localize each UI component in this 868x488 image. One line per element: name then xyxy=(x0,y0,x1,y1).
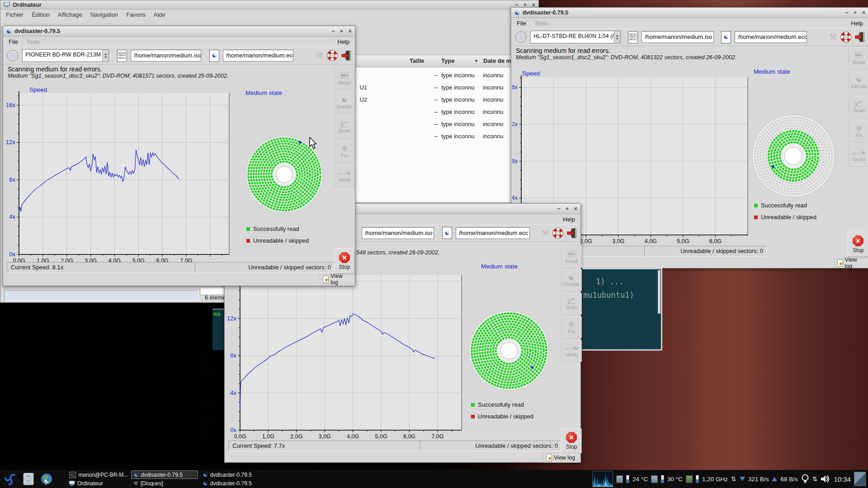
close-icon[interactable]: × xyxy=(348,28,352,34)
minimize-icon[interactable]: − xyxy=(845,9,849,16)
file-manager-titlebar[interactable]: Ordinateur − + × xyxy=(0,0,538,9)
taskbar-item-terminal[interactable]: >_ manon@PC-BR-M... xyxy=(67,470,128,479)
taskbar-item-dvdisaster[interactable]: ☯ dvdisaster-0.79.5 xyxy=(201,470,268,479)
verify-button[interactable]: 10011/☯ Verify xyxy=(561,339,582,362)
menu-navigation[interactable]: Navigation xyxy=(90,11,118,18)
read-button[interactable]: 011101001100111 Read xyxy=(334,67,355,89)
scan-button[interactable]: Scan xyxy=(849,95,868,118)
download-rate: 321 B/s xyxy=(748,476,769,483)
stop-button[interactable]: ✕Stop xyxy=(561,428,582,454)
close-icon[interactable]: × xyxy=(862,9,865,16)
fix-button[interactable]: ⚙Fix xyxy=(849,120,868,142)
file-cabinet-button[interactable] xyxy=(21,471,36,487)
scan-button[interactable]: Scan xyxy=(561,292,582,315)
speaker-icon[interactable] xyxy=(821,475,830,483)
drive-selector[interactable]: HL-DT-STBD-RE BU40N 1.04 (/de ▲▼ xyxy=(530,31,621,43)
cd-icon xyxy=(515,31,527,43)
spinner-icon[interactable]: ▲▼ xyxy=(102,50,108,61)
verify-button[interactable]: 10011/☯ Verify xyxy=(849,144,868,167)
fix-button[interactable]: ⚙Fix xyxy=(334,140,355,163)
menu-tools[interactable]: Tools xyxy=(26,38,40,45)
lamp-icon[interactable] xyxy=(801,474,809,484)
create-button[interactable]: ☯Create xyxy=(849,71,868,94)
app-menu-button[interactable] xyxy=(3,471,18,487)
chipset-icon[interactable] xyxy=(651,475,658,483)
spinner-icon[interactable]: ▲▼ xyxy=(614,31,620,43)
view-log-button[interactable]: ☛ View log xyxy=(320,274,355,284)
menu-help[interactable]: Help xyxy=(563,216,575,223)
verify-button[interactable]: 10011/☯ Verify xyxy=(334,164,355,187)
network-monitor-icon[interactable]: ⇅ xyxy=(812,475,818,483)
exit-icon[interactable] xyxy=(341,50,351,61)
view-log-button[interactable]: ☛ View log xyxy=(834,258,868,268)
hand-icon: ☛ xyxy=(839,261,844,267)
desktop-pager[interactable] xyxy=(854,472,866,486)
cpu-icon[interactable] xyxy=(686,475,693,483)
minimize-icon[interactable]: − xyxy=(557,206,561,212)
maximize-icon[interactable]: + xyxy=(854,9,857,16)
menu-help[interactable]: Help xyxy=(337,38,349,45)
menu-edition[interactable]: Édition xyxy=(32,11,50,18)
close-icon[interactable]: × xyxy=(574,206,577,212)
fix-button[interactable]: ⚙Fix xyxy=(561,316,582,338)
create-button[interactable]: ☯Create xyxy=(334,91,355,114)
web-browser-button[interactable] xyxy=(39,471,54,487)
titlebar[interactable]: ☯ dvdisaster-0.79.5 − + × xyxy=(511,8,868,18)
lifebuoy-help-icon[interactable] xyxy=(840,32,851,42)
medium-state-title: Medium state xyxy=(481,263,518,270)
exit-icon[interactable] xyxy=(855,32,865,42)
taskbar-item-ordinateur[interactable]: Ordinateur xyxy=(67,479,128,488)
create-button[interactable]: ☯Create xyxy=(561,269,582,291)
scan-button[interactable]: Scan xyxy=(334,116,355,138)
drive-selector[interactable]: PIONEER BD-RW BDR-213M 1.02 ▲▼ xyxy=(22,49,109,62)
svg-text:5,0G: 5,0G xyxy=(677,238,689,244)
ecc-path-field[interactable]: /home/manon/medium.ecc xyxy=(456,227,530,239)
read-button[interactable]: 011101001100111 Read xyxy=(561,245,582,268)
updown-arrows-icon[interactable]: ⇅ xyxy=(731,475,736,483)
puzzle-icon: ⚙ xyxy=(568,321,574,328)
stop-button[interactable]: ✕Stop xyxy=(848,232,868,257)
preferences-icon[interactable]: ⚒ xyxy=(830,32,837,42)
maximize-icon[interactable]: + xyxy=(566,206,569,212)
globe-icon xyxy=(40,473,53,485)
view-log-button[interactable]: ☛ View log xyxy=(543,453,578,463)
menu-tools[interactable]: Tools xyxy=(534,20,548,27)
iso-path-field[interactable]: /home/manon/medium.iso xyxy=(362,227,434,239)
maximize-icon[interactable]: + xyxy=(340,28,344,34)
clock[interactable]: 10:34 xyxy=(834,475,851,483)
menu-aide[interactable]: Aide xyxy=(154,11,165,18)
ecc-path-field[interactable]: /home/manon/medium.ecc xyxy=(735,31,807,43)
iso-path-field[interactable]: /home/manon/medium.iso xyxy=(131,50,201,61)
cpu-history-graph[interactable] xyxy=(592,471,613,487)
preferences-icon[interactable]: ⚒ xyxy=(316,51,323,61)
exit-icon[interactable] xyxy=(567,228,577,239)
lifebuoy-help-icon[interactable] xyxy=(327,50,338,61)
window-title: dvdisaster-0.79.5 xyxy=(14,28,60,34)
harddisk-icon[interactable] xyxy=(616,475,623,483)
ecc-path-field[interactable]: /home/manon/medium.ecc xyxy=(223,50,293,61)
stop-button[interactable]: ✕Stop xyxy=(334,249,355,274)
read-button[interactable]: 011101001100111 Read xyxy=(849,47,868,69)
column-header-type[interactable]: Type ▼ xyxy=(439,55,484,67)
titlebar[interactable]: ☯ dvdisaster-0.79.5 − + × xyxy=(3,26,355,37)
menu-file[interactable]: File xyxy=(9,38,18,45)
preferences-icon[interactable]: ⚒ xyxy=(542,228,549,238)
menu-file[interactable]: File xyxy=(517,20,526,27)
svg-text:8x: 8x xyxy=(230,352,236,359)
menu-favoris[interactable]: Favoris xyxy=(126,11,146,18)
menu-fichier[interactable]: Fichier xyxy=(6,11,24,18)
lifebuoy-help-icon[interactable] xyxy=(552,228,563,239)
terminal-window[interactable]: 1) ... mu1ubuntu1) xyxy=(582,268,662,351)
taskbar-item-disques[interactable]: ⚒ [Disques] xyxy=(131,479,198,488)
taskbar-item-dvdisaster-active[interactable]: ☯ dvdisaster-0.79.5 xyxy=(131,470,198,479)
menu-affichage[interactable]: Affichage xyxy=(58,11,82,18)
read-icon: 011101001100111 xyxy=(855,51,863,59)
terminal-scrollbar[interactable] xyxy=(658,270,660,314)
minimize-icon[interactable]: − xyxy=(331,28,335,34)
legend-successfully-read: Successfully read xyxy=(471,401,524,408)
svg-text:12x: 12x xyxy=(227,315,236,322)
taskbar-item-dvdisaster-2[interactable]: ☯ dvdisaster-0.79.5 xyxy=(201,479,268,488)
menu-help[interactable]: Help xyxy=(851,20,863,27)
iso-path-field[interactable]: /home/manon/medium.iso xyxy=(642,31,714,43)
curve-icon xyxy=(567,298,576,304)
